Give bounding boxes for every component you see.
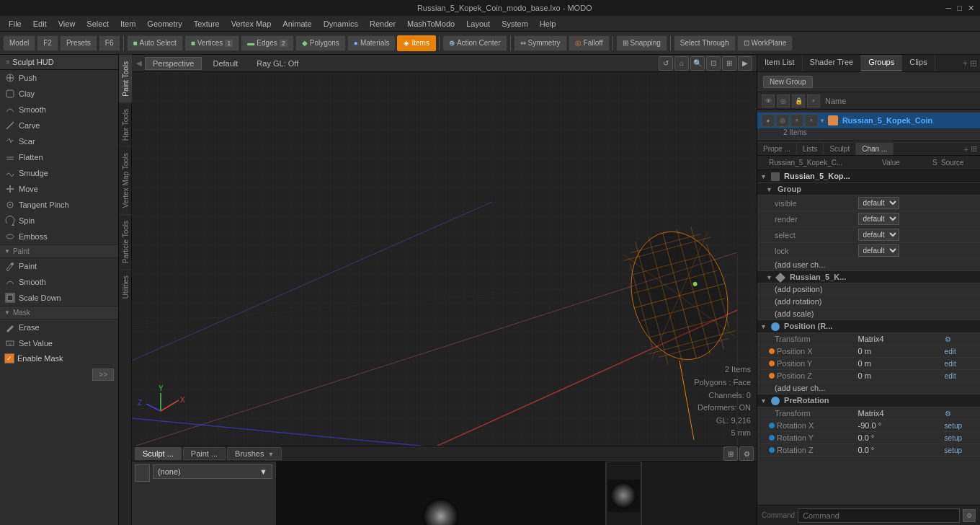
bottom-tab-sculpt[interactable]: Sculpt ... bbox=[135, 447, 182, 460]
window-controls[interactable]: ─ □ ✕ bbox=[946, 4, 974, 13]
visibility-toggle[interactable]: 👁 bbox=[762, 94, 775, 107]
menu-system[interactable]: System bbox=[496, 18, 534, 30]
side-tab-paint-tools[interactable]: Paint Tools bbox=[119, 55, 132, 102]
vp-zoom-btn[interactable]: 🔍 bbox=[690, 56, 705, 71]
chan-expand-btn[interactable]: ⊞ bbox=[971, 144, 977, 154]
command-settings-btn[interactable]: ⚙ bbox=[963, 509, 976, 522]
select-select[interactable]: default bbox=[858, 229, 899, 241]
new-group-button[interactable]: New Group bbox=[763, 76, 813, 88]
maximize-btn[interactable]: □ bbox=[957, 4, 962, 13]
right-tab-groups[interactable]: Groups bbox=[861, 55, 902, 71]
brush-dropdown[interactable]: (none) ▼ bbox=[153, 464, 272, 479]
tree-vis-1[interactable]: ● bbox=[762, 114, 775, 127]
tool-smudge[interactable]: Smudge bbox=[0, 165, 118, 181]
menu-texture[interactable]: Texture bbox=[188, 18, 226, 30]
chan-tab-lists[interactable]: Lists bbox=[797, 143, 824, 155]
bottom-expand-btn[interactable]: ⊞ bbox=[723, 446, 738, 461]
right-panel-expand-btn[interactable]: ⊞ bbox=[970, 58, 977, 69]
tool-smooth-1[interactable]: Smooth bbox=[0, 102, 118, 118]
transform-gear[interactable]: ⚙ bbox=[945, 335, 951, 343]
enable-mask-checkbox[interactable]: ✓ bbox=[4, 353, 14, 363]
right-tab-itemlist[interactable]: Item List bbox=[757, 55, 803, 71]
tool-push[interactable]: Push bbox=[0, 70, 118, 86]
tool-carve[interactable]: Carve bbox=[0, 118, 118, 133]
minimize-btn[interactable]: ─ bbox=[946, 4, 952, 13]
f2-btn[interactable]: F2 bbox=[37, 35, 58, 51]
side-tab-particle-tools[interactable]: Particle Tools bbox=[119, 214, 132, 269]
snapping-btn[interactable]: ⊞ Snapping bbox=[616, 35, 667, 51]
tool-clay[interactable]: Clay bbox=[0, 86, 118, 102]
f6-btn[interactable]: F6 bbox=[99, 35, 120, 51]
close-btn[interactable]: ✕ bbox=[968, 4, 974, 13]
viewport-tab-perspective[interactable]: Perspective bbox=[145, 57, 202, 70]
menu-render[interactable]: Render bbox=[364, 18, 401, 30]
vertices-btn[interactable]: ■ Vertices 1 bbox=[184, 35, 240, 51]
rot-y-setup[interactable]: setup bbox=[945, 434, 962, 442]
tool-erase[interactable]: Erase bbox=[0, 319, 118, 335]
menu-geometry[interactable]: Geometry bbox=[141, 18, 187, 30]
workplane-btn[interactable]: ⊡ WorkPlane bbox=[737, 35, 793, 51]
items-btn[interactable]: ◈ Items bbox=[397, 35, 435, 51]
tool-scale-down[interactable]: Scale Down bbox=[0, 290, 118, 306]
bottom-settings-btn[interactable]: ⚙ bbox=[739, 446, 754, 461]
more-toggle[interactable]: + bbox=[807, 94, 820, 107]
tool-paint[interactable]: Paint bbox=[0, 258, 118, 274]
menu-item[interactable]: Item bbox=[115, 18, 141, 30]
enable-mask-row[interactable]: ✓ Enable Mask bbox=[0, 351, 118, 366]
menu-dynamics[interactable]: Dynamics bbox=[318, 18, 364, 30]
tree-extra-1[interactable]: + bbox=[805, 114, 818, 127]
presets-btn[interactable]: Presets bbox=[60, 35, 97, 51]
tree-render-1[interactable]: ◎ bbox=[776, 114, 789, 127]
menu-file[interactable]: File bbox=[3, 18, 27, 30]
side-tab-utilities[interactable]: Utilities bbox=[119, 269, 132, 304]
visible-select[interactable]: default bbox=[858, 197, 899, 209]
menu-select[interactable]: Select bbox=[81, 18, 115, 30]
menu-view[interactable]: View bbox=[53, 18, 81, 30]
chan-add-btn[interactable]: + bbox=[964, 145, 968, 154]
tree-item-root[interactable]: ● ◎ + + ▼ Russian_5_Kopek_Coin bbox=[757, 112, 980, 128]
action-center-btn[interactable]: ⊕ Action Center bbox=[442, 35, 507, 51]
viewport-tab-raygl[interactable]: Ray GL: Off bbox=[249, 57, 306, 70]
viewport-nav-back[interactable]: ◀ bbox=[136, 59, 142, 67]
tree-lock-1[interactable]: + bbox=[790, 114, 803, 127]
chan-tab-prope[interactable]: Prope ... bbox=[757, 143, 797, 155]
transform2-gear[interactable]: ⚙ bbox=[945, 410, 951, 418]
menu-layout[interactable]: Layout bbox=[460, 18, 496, 30]
tool-smooth-2[interactable]: Smooth bbox=[0, 274, 118, 290]
falloff-btn[interactable]: ◎ Falloff bbox=[569, 35, 610, 51]
bottom-tab-paint[interactable]: Paint ... bbox=[183, 447, 226, 460]
symmetry-btn[interactable]: ⇔ Symmetry bbox=[514, 35, 567, 51]
pos-y-edit[interactable]: edit bbox=[945, 360, 956, 368]
tool-emboss[interactable]: Emboss bbox=[0, 229, 118, 244]
tool-set-value[interactable]: V Set Value bbox=[0, 335, 118, 351]
viewport-tab-default[interactable]: Default bbox=[205, 57, 246, 70]
right-panel-add-btn[interactable]: + bbox=[963, 58, 968, 69]
rot-z-setup[interactable]: setup bbox=[945, 446, 962, 454]
menu-animate[interactable]: Animate bbox=[277, 18, 317, 30]
polygons-btn[interactable]: ◆ Polygons bbox=[295, 35, 346, 51]
side-tab-vertex-map[interactable]: Vertex Map Tools bbox=[119, 146, 132, 214]
bottom-tab-brushes[interactable]: Brushes ▼ bbox=[227, 447, 282, 460]
lock-select[interactable]: default bbox=[858, 244, 899, 257]
more-tools-btn[interactable]: >> bbox=[92, 369, 114, 381]
vp-more-btn[interactable]: ▶ bbox=[738, 56, 752, 71]
select-through-btn[interactable]: Select Through bbox=[674, 35, 736, 51]
materials-btn[interactable]: ● Materials bbox=[347, 35, 396, 51]
tool-flatten[interactable]: Flatten bbox=[0, 149, 118, 165]
model-btn[interactable]: Model bbox=[3, 35, 35, 51]
vp-expand-btn[interactable]: ⊞ bbox=[722, 56, 736, 71]
right-tab-clips[interactable]: Clips bbox=[902, 55, 935, 71]
tool-tangent-pinch[interactable]: Tangent Pinch bbox=[0, 197, 118, 213]
vp-home-btn[interactable]: ⌂ bbox=[674, 56, 689, 71]
menu-vertexmap[interactable]: Vertex Map bbox=[226, 18, 277, 30]
rot-x-setup[interactable]: setup bbox=[945, 422, 962, 430]
command-input[interactable] bbox=[798, 508, 960, 523]
render-select[interactable]: default bbox=[858, 213, 899, 225]
pos-x-edit[interactable]: edit bbox=[945, 348, 956, 356]
right-tab-shadertree[interactable]: Shader Tree bbox=[803, 55, 862, 71]
edges-btn[interactable]: ▬ Edges 2 bbox=[241, 35, 293, 51]
vp-fit-btn[interactable]: ⊡ bbox=[706, 56, 721, 71]
menu-help[interactable]: Help bbox=[534, 18, 562, 30]
menu-edit[interactable]: Edit bbox=[27, 18, 53, 30]
tool-move[interactable]: Move bbox=[0, 181, 118, 197]
